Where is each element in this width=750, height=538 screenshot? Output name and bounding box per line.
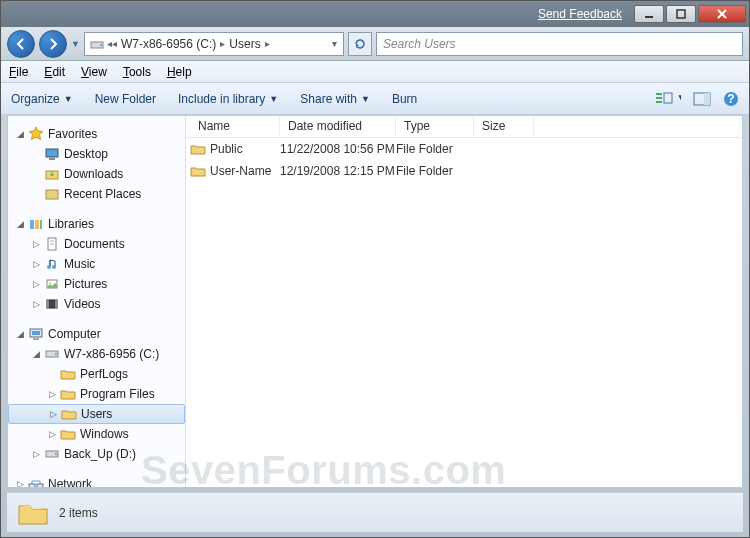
sidebar-label: Documents [62, 237, 125, 251]
expand-icon[interactable]: ▷ [46, 429, 58, 439]
titlebar[interactable]: Send Feedback [1, 1, 749, 27]
menu-help[interactable]: Help [167, 65, 192, 79]
sidebar-perflogs[interactable]: PerfLogs [8, 364, 185, 384]
sidebar-videos[interactable]: ▷Videos [8, 294, 185, 314]
collapse-icon[interactable]: ◢ [30, 349, 42, 359]
sidebar-recent[interactable]: Recent Places [8, 184, 185, 204]
breadcrumb-arrow-icon[interactable]: ▸ [218, 38, 227, 49]
network-icon [28, 476, 44, 487]
nav-toolbar: ▼ ◂◂ W7-x86-6956 (C:) ▸ Users ▸ ▾ Search… [1, 27, 749, 61]
column-date[interactable]: Date modified [280, 116, 396, 137]
explorer-window: Send Feedback ▼ ◂◂ W7-x86-6956 (C:) ▸ Us… [0, 0, 750, 538]
file-date: 12/19/2008 12:15 PM [280, 164, 396, 178]
menu-tools[interactable]: Tools [123, 65, 151, 79]
favorites-group[interactable]: ◢Favorites [8, 124, 185, 144]
menu-file[interactable]: File [9, 65, 28, 79]
file-date: 11/22/2008 10:56 PM [280, 142, 396, 156]
recent-icon [44, 186, 60, 202]
explorer-body: ◢Favorites Desktop Downloads Recent Plac… [7, 115, 743, 488]
sidebar-label: Pictures [62, 277, 107, 291]
breadcrumb-users[interactable]: Users [227, 37, 262, 51]
history-dropdown-icon[interactable]: ▼ [71, 39, 80, 49]
sidebar-label: Videos [62, 297, 100, 311]
search-placeholder: Search Users [383, 37, 456, 51]
sidebar-pictures[interactable]: ▷Pictures [8, 274, 185, 294]
maximize-button[interactable] [666, 5, 696, 23]
menu-bar: File Edit View Tools Help [1, 61, 749, 83]
sidebar-label: Downloads [62, 167, 123, 181]
menu-edit[interactable]: Edit [44, 65, 65, 79]
svg-rect-18 [35, 220, 39, 229]
svg-point-36 [55, 453, 57, 455]
details-pane: 2 items [7, 492, 743, 532]
svg-rect-13 [46, 149, 58, 157]
column-name[interactable]: Name [190, 116, 280, 137]
sidebar-label: W7-x86-6956 (C:) [62, 347, 159, 361]
libraries-group[interactable]: ◢Libraries [8, 214, 185, 234]
breadcrumb-arrow-icon[interactable]: ◂◂ [105, 38, 119, 49]
sidebar-backup[interactable]: ▷Back_Up (D:) [8, 444, 185, 464]
expand-icon[interactable]: ▷ [46, 389, 58, 399]
collapse-icon[interactable]: ◢ [14, 129, 26, 139]
view-options-button[interactable]: ▼ [655, 91, 681, 107]
column-size[interactable]: Size [474, 116, 534, 137]
sidebar-windows[interactable]: ▷Windows [8, 424, 185, 444]
svg-point-3 [100, 44, 102, 46]
sidebar-documents[interactable]: ▷Documents [8, 234, 185, 254]
computer-group[interactable]: ◢Computer [8, 324, 185, 344]
sidebar-users[interactable]: ▷Users [8, 404, 185, 424]
sidebar-desktop[interactable]: Desktop [8, 144, 185, 164]
folder-icon [190, 143, 206, 155]
help-button[interactable]: ? [723, 91, 739, 107]
sidebar-label: Windows [78, 427, 129, 441]
svg-text:?: ? [727, 92, 734, 106]
sidebar-downloads[interactable]: Downloads [8, 164, 185, 184]
expand-icon[interactable]: ▷ [30, 259, 42, 269]
file-row[interactable]: User-Name 12/19/2008 12:15 PM File Folde… [186, 160, 742, 182]
preview-pane-button[interactable] [693, 91, 711, 107]
back-button[interactable] [7, 30, 35, 58]
new-folder-button[interactable]: New Folder [95, 92, 156, 106]
expand-icon[interactable]: ▷ [47, 409, 59, 419]
expand-icon[interactable]: ▷ [30, 449, 42, 459]
svg-rect-0 [645, 16, 653, 18]
music-icon [44, 256, 60, 272]
expand-icon[interactable]: ▷ [30, 279, 42, 289]
burn-button[interactable]: Burn [392, 92, 417, 106]
close-button[interactable] [698, 5, 746, 23]
address-dropdown-icon[interactable]: ▾ [330, 38, 339, 49]
svg-rect-32 [33, 338, 39, 340]
svg-rect-28 [47, 300, 49, 308]
menu-view[interactable]: View [81, 65, 107, 79]
send-feedback-link[interactable]: Send Feedback [538, 7, 622, 21]
collapse-icon[interactable]: ◢ [14, 219, 26, 229]
forward-button[interactable] [39, 30, 67, 58]
svg-rect-6 [656, 101, 662, 103]
expand-icon[interactable]: ▷ [14, 479, 26, 487]
file-list-pane: Name Date modified Type Size Public 11/2… [186, 116, 742, 487]
organize-button[interactable]: Organize▼ [11, 92, 73, 106]
breadcrumb-arrow-icon[interactable]: ▸ [263, 38, 272, 49]
include-library-button[interactable]: Include in library▼ [178, 92, 278, 106]
file-row[interactable]: Public 11/22/2008 10:56 PM File Folder [186, 138, 742, 160]
svg-point-23 [47, 265, 51, 269]
network-group[interactable]: ▷Network [8, 474, 185, 487]
minimize-button[interactable] [634, 5, 664, 23]
svg-rect-31 [32, 331, 40, 335]
expand-icon[interactable]: ▷ [30, 299, 42, 309]
search-input[interactable]: Search Users [376, 32, 743, 56]
expand-icon[interactable]: ▷ [30, 239, 42, 249]
sidebar-music[interactable]: ▷Music [8, 254, 185, 274]
svg-rect-19 [40, 220, 42, 229]
share-with-button[interactable]: Share with▼ [300, 92, 370, 106]
documents-icon [44, 236, 60, 252]
command-bar: Organize▼ New Folder Include in library▼… [1, 83, 749, 115]
address-bar[interactable]: ◂◂ W7-x86-6956 (C:) ▸ Users ▸ ▾ [84, 32, 344, 56]
column-type[interactable]: Type [396, 116, 474, 137]
refresh-button[interactable] [348, 32, 372, 56]
sidebar-programfiles[interactable]: ▷Program Files [8, 384, 185, 404]
sidebar-cdrive[interactable]: ◢W7-x86-6956 (C:) [8, 344, 185, 364]
computer-icon [28, 326, 44, 342]
collapse-icon[interactable]: ◢ [14, 329, 26, 339]
breadcrumb-drive[interactable]: W7-x86-6956 (C:) [119, 37, 218, 51]
